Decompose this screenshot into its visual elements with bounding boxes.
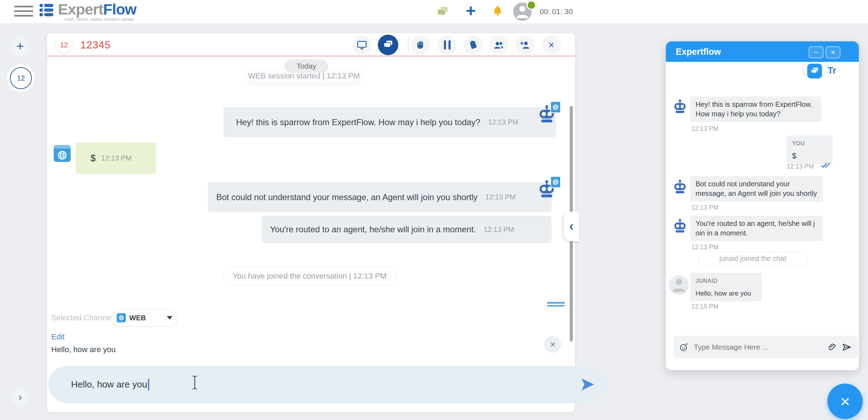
message-input-value: Hello, how are you bbox=[71, 379, 147, 390]
brand-wordmark: ExpertFlow bbox=[58, 1, 136, 18]
person-icon bbox=[669, 275, 689, 295]
message-time: 12:13 PM bbox=[485, 193, 516, 201]
monitor-icon bbox=[356, 39, 368, 51]
web-channel-avatar bbox=[54, 145, 71, 162]
day-divider: Today bbox=[285, 59, 328, 73]
send-button[interactable] bbox=[581, 379, 594, 391]
toolbar-divider bbox=[408, 37, 409, 52]
wrap-up-notes-button[interactable] bbox=[464, 35, 483, 54]
edit-message-link[interactable]: Edit bbox=[51, 332, 65, 342]
close-icon: × bbox=[550, 339, 555, 350]
close-icon: × bbox=[548, 39, 555, 51]
widget-message-bot-1: Hey! this is sparrow from ExpertFlow. Ho… bbox=[690, 97, 821, 122]
widget-font-size-button[interactable]: Tr bbox=[828, 65, 836, 76]
notes-icon bbox=[468, 40, 479, 50]
widget-tools-divider bbox=[803, 67, 804, 77]
brand-tagline: chat, voice, video contact center bbox=[64, 17, 135, 22]
add-participant-button[interactable] bbox=[515, 35, 534, 54]
hamburger-menu-icon[interactable] bbox=[14, 6, 33, 17]
widget-message-time: 12:13 PM bbox=[691, 244, 719, 251]
globe-icon bbox=[552, 179, 559, 186]
message-time: 12:13 PM bbox=[101, 154, 131, 162]
hand-icon bbox=[415, 40, 426, 50]
widget-message-bot-2: Bot could not understand your message, a… bbox=[690, 176, 823, 202]
ibeam-cursor bbox=[190, 374, 199, 391]
widget-composer bbox=[673, 336, 858, 358]
channel-value: WEB bbox=[129, 314, 146, 322]
widget-header: Expertflow − × bbox=[666, 41, 859, 62]
expand-sidebar-button[interactable]: › bbox=[11, 388, 29, 406]
call-timer: 00: 01: 30 bbox=[540, 0, 573, 23]
widget-message-bot-3: You're routed to an agent, he/she will j… bbox=[690, 216, 823, 241]
screen-share-button[interactable] bbox=[352, 35, 371, 54]
widget-close-button[interactable]: × bbox=[826, 46, 840, 58]
conversation-badge: 12 bbox=[17, 74, 25, 82]
bot-avatar bbox=[672, 99, 688, 117]
notifications-bell-icon[interactable] bbox=[491, 5, 504, 19]
new-chat-plus-icon[interactable]: + bbox=[466, 0, 476, 23]
chat-view-button-active[interactable] bbox=[378, 35, 398, 55]
text-caret bbox=[148, 379, 149, 390]
conference-button[interactable] bbox=[489, 35, 508, 54]
conversation-title: 12345 bbox=[80, 33, 111, 57]
double-check-icon bbox=[821, 161, 831, 169]
message-bubble-customer: $ 12:13 PM bbox=[76, 142, 156, 174]
people-icon bbox=[493, 39, 504, 51]
emoji-picker-icon[interactable] bbox=[679, 342, 689, 352]
send-plane-icon[interactable] bbox=[841, 342, 852, 352]
close-icon: × bbox=[831, 48, 835, 57]
brand-expert: Expert bbox=[58, 1, 103, 18]
chat-bubbles-icon bbox=[810, 66, 819, 76]
widget-title: Expertflow bbox=[676, 41, 721, 62]
brand-flow: Flow bbox=[103, 1, 136, 18]
attachment-paperclip-icon[interactable] bbox=[827, 342, 837, 352]
conversation-tab-12[interactable]: 12 bbox=[10, 67, 32, 89]
close-icon: × bbox=[840, 392, 850, 411]
widget-minimize-button[interactable]: − bbox=[809, 46, 823, 58]
robot-icon bbox=[672, 218, 688, 235]
widget-launcher-close-button[interactable]: × bbox=[827, 384, 863, 419]
top-header: ExpertFlow chat, voice, video contact ce… bbox=[0, 0, 868, 24]
robot-icon bbox=[672, 99, 688, 115]
close-conversation-button[interactable]: × bbox=[542, 35, 561, 54]
caret-down-icon bbox=[167, 316, 172, 320]
new-conversation-button[interactable]: + bbox=[11, 37, 30, 56]
web-channel-badge bbox=[550, 101, 561, 113]
customer-chat-widget: Expertflow − × Tr Hey! this is sparrow f… bbox=[666, 41, 859, 370]
widget-message-time: 12:13 PM bbox=[787, 163, 814, 170]
widget-message-input[interactable] bbox=[693, 343, 823, 352]
robot-icon bbox=[672, 179, 688, 196]
conversation-tabbar: 12 12345 bbox=[47, 33, 575, 57]
person-add-icon bbox=[519, 39, 530, 51]
widget-chat-mode-button[interactable] bbox=[807, 64, 822, 78]
presence-status-dot bbox=[527, 0, 536, 10]
raise-hand-button[interactable] bbox=[411, 35, 430, 54]
app-screen: ExpertFlow chat, voice, video contact ce… bbox=[0, 0, 868, 420]
bot-avatar bbox=[672, 179, 688, 197]
channel-select-dropdown[interactable]: WEB bbox=[111, 309, 178, 327]
chevron-left-icon: ‹ bbox=[569, 219, 574, 234]
pause-icon bbox=[444, 40, 451, 49]
chat-bubbles-icon bbox=[382, 39, 394, 51]
message-time: 12:13 PM bbox=[484, 226, 514, 234]
active-tab-underline bbox=[47, 56, 575, 57]
message-bubble-bot-2: Bot could not understand your message, a… bbox=[208, 182, 552, 212]
conversation-panel: 12 12345 bbox=[47, 33, 575, 412]
globe-icon bbox=[57, 150, 68, 161]
chevron-right-icon: › bbox=[18, 391, 22, 403]
widget-message-time: 12:15 PM bbox=[691, 303, 719, 310]
message-bubble-system: You're routed to an agent, he/she will j… bbox=[262, 216, 552, 243]
message-input[interactable]: Hello, how are you bbox=[48, 366, 608, 403]
minimize-icon: − bbox=[814, 48, 818, 57]
widget-message-time: 12:13 PM bbox=[691, 125, 719, 133]
hold-pause-button[interactable] bbox=[438, 35, 457, 54]
web-channel-badge bbox=[550, 176, 561, 188]
conversations-icon[interactable] bbox=[436, 5, 449, 20]
message-time: 12:13 PM bbox=[488, 118, 518, 126]
edit-message-text: Hello, how are you bbox=[51, 345, 116, 354]
agent-joined-notice: You have joined the conversation | 12:13… bbox=[223, 266, 397, 286]
cancel-edit-button[interactable]: × bbox=[544, 336, 561, 353]
joined-chat-notice: junaid joined the chat bbox=[698, 252, 808, 265]
globe-icon bbox=[552, 104, 559, 111]
collapse-panel-button[interactable]: ‹ bbox=[564, 211, 579, 241]
